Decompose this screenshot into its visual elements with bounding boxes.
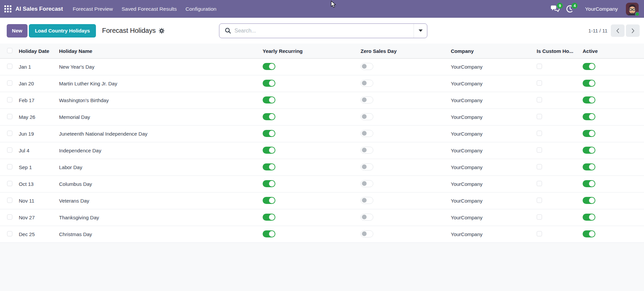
active-toggle[interactable]	[583, 130, 595, 137]
company-cell: YourCompany	[448, 198, 534, 204]
table-row[interactable]: Jul 4 Independence Day YourCompany	[0, 142, 644, 159]
is-custom-holiday-checkbox[interactable]	[537, 181, 542, 186]
active-toggle[interactable]	[583, 80, 595, 87]
yearly-recurring-toggle[interactable]	[263, 180, 275, 187]
row-checkbox[interactable]	[7, 97, 12, 102]
active-toggle[interactable]	[583, 96, 595, 103]
zero-sales-day-toggle[interactable]	[361, 197, 373, 204]
is-custom-holiday-checkbox[interactable]	[537, 97, 542, 102]
is-custom-holiday-checkbox[interactable]	[537, 147, 542, 153]
app-name[interactable]: AI Sales Forecast	[15, 6, 68, 12]
apps-menu-button[interactable]	[0, 0, 15, 18]
column-header-holiday-date[interactable]: Holiday Date	[15, 48, 57, 54]
yearly-recurring-toggle[interactable]	[263, 130, 275, 137]
column-header-yearly-recurring[interactable]: Yearly Recurring	[260, 48, 358, 54]
zero-sales-day-toggle[interactable]	[361, 163, 373, 170]
row-checkbox[interactable]	[7, 231, 12, 236]
yearly-recurring-toggle[interactable]	[263, 96, 275, 103]
is-custom-holiday-checkbox[interactable]	[537, 231, 542, 236]
row-checkbox[interactable]	[7, 181, 12, 186]
row-checkbox[interactable]	[7, 147, 12, 153]
zero-sales-day-toggle[interactable]	[361, 63, 373, 70]
zero-sales-day-toggle[interactable]	[361, 80, 373, 87]
yearly-recurring-toggle[interactable]	[263, 63, 275, 70]
active-toggle[interactable]	[583, 147, 595, 154]
new-button[interactable]: New	[7, 24, 28, 38]
toggle-knob	[362, 64, 367, 69]
yearly-recurring-toggle[interactable]	[263, 163, 275, 170]
active-toggle[interactable]	[583, 63, 595, 70]
load-country-holidays-button[interactable]: Load Country Holidays	[29, 24, 96, 38]
table-row[interactable]: Oct 13 Columbus Day YourCompany	[0, 176, 644, 193]
toggle-knob	[589, 80, 595, 86]
pager-next-button[interactable]	[626, 24, 640, 37]
table-row[interactable]: Dec 25 Christmas Day YourCompany	[0, 226, 644, 243]
zero-sales-day-toggle[interactable]	[361, 96, 373, 103]
table-row[interactable]: Jan 1 New Year's Day YourCompany	[0, 59, 644, 75]
table-row[interactable]: Nov 27 Thanksgiving Day YourCompany	[0, 209, 644, 226]
row-checkbox[interactable]	[7, 164, 12, 169]
search-dropdown-toggle[interactable]	[414, 24, 427, 38]
table-row[interactable]: Sep 1 Labor Day YourCompany	[0, 159, 644, 176]
pager-previous-button[interactable]	[611, 24, 625, 37]
search-input[interactable]	[234, 28, 414, 34]
table-row[interactable]: Feb 17 Washington's Birthday YourCompany	[0, 92, 644, 109]
yearly-recurring-toggle[interactable]	[263, 214, 275, 221]
column-header-company[interactable]: Company	[448, 48, 534, 54]
holiday-name-cell: New Year's Day	[57, 64, 260, 70]
row-checkbox[interactable]	[7, 64, 12, 69]
pager-range: 1-11 / 11	[588, 28, 607, 33]
active-toggle[interactable]	[583, 214, 595, 221]
toggle-knob	[362, 181, 367, 186]
toggle-knob	[362, 131, 367, 136]
table-row[interactable]: Nov 11 Veterans Day YourCompany	[0, 193, 644, 209]
toggle-knob	[589, 131, 595, 136]
row-checkbox[interactable]	[7, 80, 12, 86]
column-header-active[interactable]: Active	[580, 48, 644, 54]
table-row[interactable]: Jun 19 Juneteenth National Independence …	[0, 126, 644, 142]
action-gear-icon[interactable]	[159, 28, 165, 34]
is-custom-holiday-checkbox[interactable]	[537, 214, 542, 220]
column-header-is-custom-holiday[interactable]: Is Custom Ho...	[534, 48, 580, 54]
yearly-recurring-toggle[interactable]	[263, 147, 275, 154]
zero-sales-day-toggle[interactable]	[361, 147, 373, 154]
column-header-zero-sales-day[interactable]: Zero Sales Day	[358, 48, 448, 54]
messages-button[interactable]: 9	[549, 3, 561, 15]
active-toggle[interactable]	[583, 113, 595, 120]
zero-sales-day-toggle[interactable]	[361, 113, 373, 120]
select-all-checkbox[interactable]	[7, 48, 12, 53]
is-custom-holiday-checkbox[interactable]	[537, 164, 542, 169]
zero-sales-day-toggle[interactable]	[361, 180, 373, 187]
row-checkbox[interactable]	[7, 214, 12, 220]
yearly-recurring-toggle[interactable]	[263, 197, 275, 204]
table-row[interactable]: Jan 20 Martin Luther King Jr. Day YourCo…	[0, 75, 644, 92]
zero-sales-day-toggle[interactable]	[361, 230, 373, 237]
zero-sales-day-toggle[interactable]	[361, 130, 373, 137]
table-row[interactable]: May 26 Memorial Day YourCompany	[0, 109, 644, 126]
yearly-recurring-toggle[interactable]	[263, 80, 275, 87]
column-header-holiday-name[interactable]: Holiday Name	[57, 48, 260, 54]
toggle-knob	[269, 97, 275, 103]
zero-sales-day-toggle[interactable]	[361, 214, 373, 221]
is-custom-holiday-checkbox[interactable]	[537, 64, 542, 69]
is-custom-holiday-checkbox[interactable]	[537, 131, 542, 136]
user-avatar[interactable]	[626, 3, 639, 15]
is-custom-holiday-checkbox[interactable]	[537, 80, 542, 86]
yearly-recurring-toggle[interactable]	[263, 230, 275, 237]
nav-configuration[interactable]: Configuration	[181, 0, 221, 18]
activities-button[interactable]: 4	[564, 3, 576, 15]
nav-forecast-preview[interactable]: Forecast Preview	[68, 0, 117, 18]
company-switcher[interactable]: YourCompany	[579, 6, 623, 12]
row-checkbox[interactable]	[7, 198, 12, 203]
active-toggle[interactable]	[583, 197, 595, 204]
yearly-recurring-toggle[interactable]	[263, 113, 275, 120]
nav-saved-forecast-results[interactable]: Saved Forecast Results	[117, 0, 181, 18]
row-checkbox[interactable]	[7, 114, 12, 119]
company-cell: YourCompany	[448, 215, 534, 220]
is-custom-holiday-checkbox[interactable]	[537, 198, 542, 203]
row-checkbox[interactable]	[7, 131, 12, 136]
active-toggle[interactable]	[583, 230, 595, 237]
active-toggle[interactable]	[583, 163, 595, 170]
is-custom-holiday-checkbox[interactable]	[537, 114, 542, 119]
active-toggle[interactable]	[583, 180, 595, 187]
